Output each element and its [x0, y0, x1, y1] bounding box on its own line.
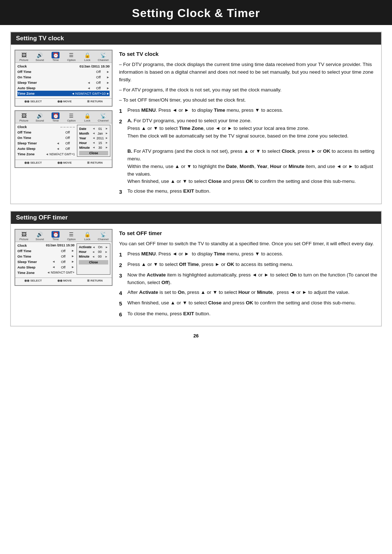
step-text-3: To close the menu, press EXIT button. — [127, 188, 377, 196]
table-row: On Time Off ► — [17, 254, 74, 259]
submenu-close-button-1[interactable]: Close — [79, 151, 108, 155]
picture-icon-2: 🖼 — [20, 112, 28, 119]
tv-menu-topbar-2: 🖼 Picture 🔊 Sound ⏰ Time ☰ — [15, 111, 112, 123]
menu-icon-option-1: ☰ Option — [65, 52, 78, 62]
tv-menu-rows-1: Clock 01/Jan /2011 15:30 Off Time Off ► … — [15, 63, 112, 97]
instruction-title-1: To set TV clock — [119, 50, 377, 58]
instruction-steps-1: 1 Press MENU. Press ◄ or ► to display Ti… — [119, 107, 377, 196]
sub-row-activate: Activate ◄ On ► — [79, 245, 108, 250]
lock-icon-3: 🔒 — [83, 231, 91, 238]
instruction-para-1: – For DTV programs, the clock displays t… — [119, 61, 377, 84]
instruction-para-2: – For ATV programs, if the clock is not … — [119, 86, 377, 94]
time-icon-1: ⏰ — [52, 52, 60, 58]
tv-submenu-clock: Date ◄ 01 ► Month ◄ Jan ► — [77, 125, 110, 157]
table-row: Off Time Off — [17, 130, 75, 135]
list-item: 2 Press ▲ or ▼ to select Off Time, press… — [119, 261, 377, 269]
menu-icon-option-3: ☰ Option — [65, 231, 78, 241]
sound-icon-3: 🔊 — [36, 231, 44, 238]
table-row: Sleep Timer ◄ Off ► — [17, 259, 74, 264]
step-num-off-3: 3 — [119, 271, 125, 287]
table-row: Time Zone ◄ NSW/ACT GMT+1 — [17, 151, 75, 157]
page-header: Setting Clock & Timer — [0, 0, 392, 25]
instruction-para-off-1: You can set OFF timer to switch the TV t… — [119, 240, 377, 248]
menu-icon-picture-1: 🖼 Picture — [18, 52, 30, 62]
list-item: 5 When finished, use ▲ or ▼ to select Cl… — [119, 299, 377, 308]
tv-menu-footer-2: ◉◉ SELECT ◉◉ MOVE ⊞ RETURN — [15, 160, 112, 165]
table-row: Auto Sleep ◄ Off ► — [17, 85, 110, 91]
step-text-off-5: When finished, use ▲ or ▼ to select Clos… — [127, 299, 377, 308]
instruction-area-2: To set OFF timer You can set OFF timer t… — [119, 229, 377, 321]
tv-menu-area-2: 🖼 Picture 🔊 Sound ⏰ Time ☰ — [15, 229, 113, 321]
list-item: 1 Press MENU. Press ◄ or ► to display Ti… — [119, 250, 377, 259]
step-num-off-6: 6 — [119, 310, 125, 319]
list-item: 4 After Activate is set to On, press ▲ o… — [119, 289, 377, 297]
table-row: Off Time Off ► — [17, 248, 74, 254]
step-num-off-5: 5 — [119, 299, 125, 308]
table-row: Off Time Off ► — [17, 69, 110, 74]
tv-menu-2-main-rows: Clock -- -- -- -- -- Off Time Off On Tim… — [15, 123, 77, 158]
sub-row-month: Month ◄ Jan ► — [79, 131, 108, 136]
list-item: 2 A. For DTV programs, you need to selec… — [119, 117, 377, 185]
tv-menu-2: 🖼 Picture 🔊 Sound ⏰ Time ☰ — [15, 110, 113, 168]
tv-menu-3-content: Clock 01/Jan /2011 15:30 Off Time Off ► … — [15, 242, 112, 276]
step-num-3: 3 — [119, 188, 125, 196]
table-row: Clock -- -- -- -- -- — [17, 124, 75, 130]
section-off-timer-title: Setting OFF timer — [11, 212, 381, 224]
channel-icon-3: 📡 — [99, 231, 107, 238]
tv-menu-footer-1: ◉◉ SELECT ◉◉ MOVE ⊞ RETURN — [15, 98, 112, 104]
menu-icon-lock-3: 🔒 Lock — [81, 231, 93, 241]
instruction-title-2: To set OFF timer — [119, 229, 377, 237]
tv-menu-footer-3: ◉◉ SELECT ◉◉ MOVE ⊞ RETURN — [15, 278, 112, 283]
option-icon-1: ☰ — [68, 52, 75, 58]
list-item: 3 To close the menu, press EXIT button. — [119, 188, 377, 196]
table-row: Time Zone ◄ NSW/ACT GMT+10 ► — [17, 91, 110, 96]
tv-menu-topbar-1: 🖼 Picture 🔊 Sound ⏰ Time ☰ — [15, 50, 112, 63]
submenu-close-button-2[interactable]: Close — [79, 260, 108, 264]
table-row: Auto Sleep ◄ Off — [17, 146, 75, 151]
step-text-off-4: After Activate is set to On, press ▲ or … — [127, 289, 377, 297]
page-title: Setting Clock & Timer — [0, 7, 392, 20]
instruction-para-3: – To set OFF timer/ON timer, you should … — [119, 97, 377, 104]
picture-icon-1: 🖼 — [20, 52, 28, 58]
step-num-1: 1 — [119, 107, 125, 115]
time-icon-2: ⏰ — [52, 112, 60, 119]
instruction-steps-2: 1 Press MENU. Press ◄ or ► to display Ti… — [119, 250, 377, 319]
menu-icon-time-2: ⏰ Time — [49, 112, 62, 122]
step-text-off-2: Press ▲ or ▼ to select Off Time, press ►… — [127, 261, 377, 269]
menu-icon-sound-3: 🔊 Sound — [33, 231, 46, 241]
table-row: Clock 01/Jan /2011 15:30 — [17, 63, 110, 69]
menu-icon-lock-1: 🔒 Lock — [81, 52, 93, 62]
tv-menu-1: 🖼 Picture 🔊 Sound ⏰ Time ☰ — [15, 50, 113, 107]
step-text-1: Press MENU. Press ◄ or ► to display Time… — [127, 107, 377, 115]
table-row: Auto Sleep ◄ Off ► — [17, 264, 74, 270]
lock-icon-2: 🔒 — [83, 112, 91, 119]
section-tv-clock: Setting TV clock 🖼 Picture 🔊 Sound — [10, 32, 382, 204]
step-text-off-6: To close the menu, press EXIT button. — [127, 310, 377, 319]
menu-icon-lock-2: 🔒 Lock — [81, 112, 93, 122]
tv-menu-area-1: 🖼 Picture 🔊 Sound ⏰ Time ☰ — [15, 50, 113, 198]
table-row: Time Zone ◄ NSW/ACT GMT+ — [17, 270, 74, 275]
menu-icon-channel-1: 📡 Channel — [97, 52, 109, 62]
step-text-off-3: Now the Activate item is highlighted aut… — [127, 271, 377, 287]
sub-row-hour-off: Hour ◄ 00 ► — [79, 250, 108, 254]
menu-icon-option-2: ☰ Option — [65, 112, 78, 122]
lock-icon-1: 🔒 — [83, 52, 91, 58]
picture-icon-3: 🖼 — [20, 231, 28, 238]
sound-icon-1: 🔊 — [36, 52, 44, 58]
sub-row-date: Date ◄ 01 ► — [79, 126, 108, 131]
instruction-area-1: To set TV clock – For DTV programs, the … — [119, 50, 377, 198]
option-icon-2: ☰ — [68, 112, 75, 119]
menu-icon-picture-2: 🖼 Picture — [18, 112, 30, 122]
table-row: On Time Off ► — [17, 74, 110, 80]
table-row: Sleep Timer ◄ Off ► — [17, 80, 110, 85]
table-row: On Time Off — [17, 135, 75, 140]
list-item: 6 To close the menu, press EXIT button. — [119, 310, 377, 319]
tv-menu-3: 🖼 Picture 🔊 Sound ⏰ Time ☰ — [15, 229, 113, 286]
menu-icon-channel-3: 📡 Channel — [97, 231, 109, 241]
step-text-off-1: Press MENU. Press ◄ or ► to display Time… — [127, 250, 377, 259]
channel-icon-2: 📡 — [99, 112, 107, 119]
menu-icon-sound-1: 🔊 Sound — [33, 52, 46, 62]
page-number: 26 — [10, 333, 382, 342]
list-item: 3 Now the Activate item is highlighted a… — [119, 271, 377, 287]
sound-icon-2: 🔊 — [36, 112, 44, 119]
